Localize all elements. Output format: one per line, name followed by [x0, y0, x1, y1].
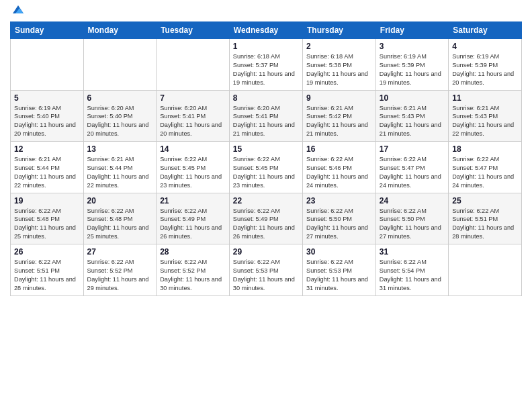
- day-info: Sunrise: 6:21 AM Sunset: 5:42 PM Dayligh…: [306, 104, 372, 139]
- day-number: 31: [380, 247, 445, 257]
- day-info: Sunrise: 6:22 AM Sunset: 5:47 PM Dayligh…: [380, 155, 445, 190]
- day-info: Sunrise: 6:22 AM Sunset: 5:54 PM Dayligh…: [380, 258, 445, 293]
- day-info: Sunrise: 6:20 AM Sunset: 5:41 PM Dayligh…: [233, 104, 299, 139]
- logo: [10, 9, 25, 16]
- day-info: Sunrise: 6:22 AM Sunset: 5:52 PM Dayligh…: [87, 258, 153, 293]
- calendar-cell: 3Sunrise: 6:19 AM Sunset: 5:39 PM Daylig…: [375, 39, 448, 91]
- day-info: Sunrise: 6:22 AM Sunset: 5:47 PM Dayligh…: [452, 155, 518, 190]
- day-info: Sunrise: 6:21 AM Sunset: 5:43 PM Dayligh…: [380, 104, 445, 139]
- day-info: Sunrise: 6:22 AM Sunset: 5:50 PM Dayligh…: [380, 207, 445, 242]
- day-info: Sunrise: 6:22 AM Sunset: 5:48 PM Dayligh…: [87, 207, 153, 242]
- calendar-cell: 11Sunrise: 6:21 AM Sunset: 5:43 PM Dayli…: [449, 90, 522, 142]
- calendar-table: SundayMondayTuesdayWednesdayThursdayFrid…: [10, 21, 522, 296]
- day-number: 20: [87, 196, 153, 205]
- day-number: 19: [14, 196, 80, 205]
- day-info: Sunrise: 6:22 AM Sunset: 5:51 PM Dayligh…: [452, 207, 518, 242]
- day-number: 8: [233, 93, 299, 103]
- calendar-cell: 29Sunrise: 6:22 AM Sunset: 5:53 PM Dayli…: [229, 244, 302, 296]
- day-number: 22: [233, 196, 299, 205]
- day-info: Sunrise: 6:19 AM Sunset: 5:39 PM Dayligh…: [452, 52, 518, 87]
- day-info: Sunrise: 6:22 AM Sunset: 5:53 PM Dayligh…: [306, 258, 372, 293]
- day-info: Sunrise: 6:21 AM Sunset: 5:44 PM Dayligh…: [87, 155, 153, 190]
- day-info: Sunrise: 6:18 AM Sunset: 5:38 PM Dayligh…: [306, 52, 372, 87]
- day-info: Sunrise: 6:22 AM Sunset: 5:53 PM Dayligh…: [233, 258, 299, 293]
- calendar-cell: 25Sunrise: 6:22 AM Sunset: 5:51 PM Dayli…: [449, 193, 522, 244]
- calendar-week-row: 26Sunrise: 6:22 AM Sunset: 5:51 PM Dayli…: [11, 244, 522, 296]
- day-number: 4: [452, 42, 518, 51]
- day-info: Sunrise: 6:22 AM Sunset: 5:46 PM Dayligh…: [306, 155, 372, 190]
- calendar-cell: 24Sunrise: 6:22 AM Sunset: 5:50 PM Dayli…: [375, 193, 448, 244]
- calendar-week-row: 5Sunrise: 6:19 AM Sunset: 5:40 PM Daylig…: [11, 90, 522, 142]
- logo-icon: [11, 3, 25, 16]
- calendar-cell: 18Sunrise: 6:22 AM Sunset: 5:47 PM Dayli…: [449, 142, 522, 193]
- day-info: Sunrise: 6:18 AM Sunset: 5:37 PM Dayligh…: [233, 52, 299, 87]
- calendar-week-row: 1Sunrise: 6:18 AM Sunset: 5:37 PM Daylig…: [11, 39, 522, 91]
- header: [10, 7, 522, 16]
- calendar-cell: 5Sunrise: 6:19 AM Sunset: 5:40 PM Daylig…: [11, 90, 84, 142]
- calendar-day-header: Thursday: [303, 22, 376, 39]
- calendar-cell: 16Sunrise: 6:22 AM Sunset: 5:46 PM Dayli…: [303, 142, 376, 193]
- calendar-cell: 26Sunrise: 6:22 AM Sunset: 5:51 PM Dayli…: [11, 244, 84, 296]
- day-number: 21: [160, 196, 226, 205]
- calendar-cell: 17Sunrise: 6:22 AM Sunset: 5:47 PM Dayli…: [375, 142, 448, 193]
- calendar-cell: 27Sunrise: 6:22 AM Sunset: 5:52 PM Dayli…: [83, 244, 157, 296]
- day-number: 13: [87, 144, 153, 154]
- calendar-cell: 10Sunrise: 6:21 AM Sunset: 5:43 PM Dayli…: [375, 90, 448, 142]
- calendar-cell: 22Sunrise: 6:22 AM Sunset: 5:49 PM Dayli…: [229, 193, 302, 244]
- day-number: 18: [452, 144, 518, 154]
- day-number: 15: [233, 144, 299, 154]
- day-info: Sunrise: 6:20 AM Sunset: 5:40 PM Dayligh…: [87, 104, 153, 139]
- day-number: 17: [380, 144, 445, 154]
- day-info: Sunrise: 6:19 AM Sunset: 5:40 PM Dayligh…: [14, 104, 80, 139]
- day-info: Sunrise: 6:22 AM Sunset: 5:45 PM Dayligh…: [160, 155, 226, 190]
- day-number: 25: [452, 196, 518, 205]
- day-number: 5: [14, 93, 80, 103]
- calendar-day-header: Wednesday: [229, 22, 302, 39]
- day-number: 16: [306, 144, 372, 154]
- calendar-week-row: 12Sunrise: 6:21 AM Sunset: 5:44 PM Dayli…: [11, 142, 522, 193]
- day-info: Sunrise: 6:22 AM Sunset: 5:51 PM Dayligh…: [14, 258, 80, 293]
- day-number: 7: [160, 93, 226, 103]
- day-info: Sunrise: 6:22 AM Sunset: 5:45 PM Dayligh…: [233, 155, 299, 190]
- day-number: 11: [452, 93, 518, 103]
- day-info: Sunrise: 6:19 AM Sunset: 5:39 PM Dayligh…: [380, 52, 445, 87]
- day-info: Sunrise: 6:22 AM Sunset: 5:49 PM Dayligh…: [160, 207, 226, 242]
- calendar-cell: 9Sunrise: 6:21 AM Sunset: 5:42 PM Daylig…: [303, 90, 376, 142]
- calendar-cell: [449, 244, 522, 296]
- calendar-cell: 2Sunrise: 6:18 AM Sunset: 5:38 PM Daylig…: [303, 39, 376, 91]
- calendar-cell: 15Sunrise: 6:22 AM Sunset: 5:45 PM Dayli…: [229, 142, 302, 193]
- calendar-cell: 30Sunrise: 6:22 AM Sunset: 5:53 PM Dayli…: [303, 244, 376, 296]
- day-number: 6: [87, 93, 153, 103]
- calendar-day-header: Sunday: [11, 22, 84, 39]
- calendar-cell: 8Sunrise: 6:20 AM Sunset: 5:41 PM Daylig…: [229, 90, 302, 142]
- day-number: 27: [87, 247, 153, 257]
- calendar-week-row: 19Sunrise: 6:22 AM Sunset: 5:48 PM Dayli…: [11, 193, 522, 244]
- day-number: 14: [160, 144, 226, 154]
- day-info: Sunrise: 6:21 AM Sunset: 5:44 PM Dayligh…: [14, 155, 80, 190]
- calendar-cell: 31Sunrise: 6:22 AM Sunset: 5:54 PM Dayli…: [375, 244, 448, 296]
- calendar-cell: 21Sunrise: 6:22 AM Sunset: 5:49 PM Dayli…: [157, 193, 230, 244]
- calendar-header-row: SundayMondayTuesdayWednesdayThursdayFrid…: [11, 22, 522, 39]
- day-number: 12: [14, 144, 80, 154]
- logo-text: [10, 9, 25, 16]
- day-number: 24: [380, 196, 445, 205]
- day-number: 9: [306, 93, 372, 103]
- calendar-cell: 23Sunrise: 6:22 AM Sunset: 5:50 PM Dayli…: [303, 193, 376, 244]
- day-number: 2: [306, 42, 372, 51]
- day-info: Sunrise: 6:22 AM Sunset: 5:49 PM Dayligh…: [233, 207, 299, 242]
- page: SundayMondayTuesdayWednesdayThursdayFrid…: [0, 0, 532, 411]
- day-number: 23: [306, 196, 372, 205]
- day-number: 1: [233, 42, 299, 51]
- calendar-cell: [11, 39, 84, 91]
- calendar-cell: 13Sunrise: 6:21 AM Sunset: 5:44 PM Dayli…: [83, 142, 157, 193]
- calendar-cell: [157, 39, 230, 91]
- calendar-cell: 28Sunrise: 6:22 AM Sunset: 5:52 PM Dayli…: [157, 244, 230, 296]
- day-number: 26: [14, 247, 80, 257]
- day-number: 29: [233, 247, 299, 257]
- day-info: Sunrise: 6:20 AM Sunset: 5:41 PM Dayligh…: [160, 104, 226, 139]
- day-info: Sunrise: 6:21 AM Sunset: 5:43 PM Dayligh…: [452, 104, 518, 139]
- day-number: 10: [380, 93, 445, 103]
- calendar-day-header: Monday: [83, 22, 157, 39]
- day-info: Sunrise: 6:22 AM Sunset: 5:48 PM Dayligh…: [14, 207, 80, 242]
- calendar-cell: 14Sunrise: 6:22 AM Sunset: 5:45 PM Dayli…: [157, 142, 230, 193]
